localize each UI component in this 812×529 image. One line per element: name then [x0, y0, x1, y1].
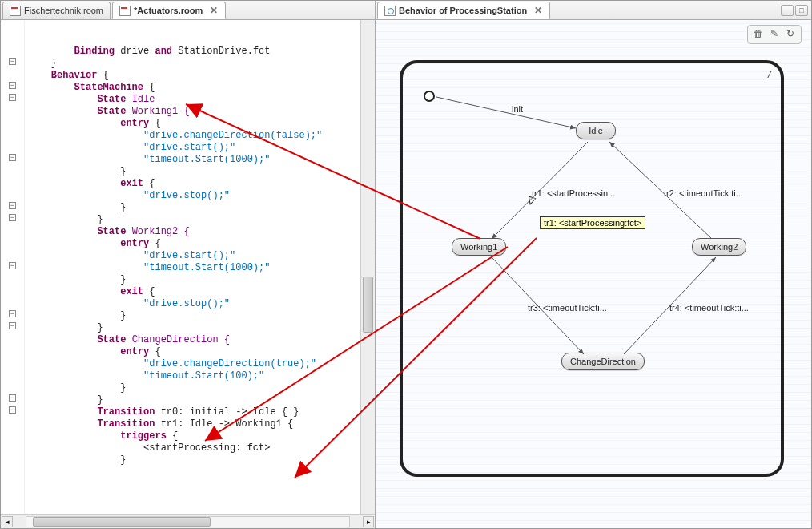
mouse-cursor	[529, 194, 541, 208]
room-file-icon	[10, 6, 21, 16]
left-tab-bar: Fischertechnik.room *Actuators.room ✕	[1, 1, 375, 20]
scroll-thumb[interactable]	[33, 517, 211, 527]
transition-tooltip: tr1: <startProcessing:fct>	[540, 216, 645, 229]
close-icon[interactable]: ✕	[533, 6, 543, 15]
tab-label: Fischertechnik.room	[24, 6, 103, 15]
transition-label-tr3: tr3: <timeoutTick:ti...	[528, 303, 607, 313]
diagram-icon	[384, 6, 396, 16]
fold-toggle[interactable]	[9, 406, 16, 414]
trash-icon[interactable]: 🗑	[751, 28, 766, 41]
code-token: Binding	[74, 46, 115, 57]
room-file-icon	[119, 6, 131, 16]
diagram-toolbar: 🗑 ✎ ↻	[747, 25, 802, 44]
fold-toggle[interactable]	[9, 82, 16, 89]
scroll-track[interactable]	[26, 516, 350, 527]
fold-toggle[interactable]	[9, 202, 16, 209]
diagram-pane: Behavior of ProcessingStation ✕ _ □ 🗑 ✎ …	[376, 1, 811, 528]
transition-label-tr1: tr1: <startProcessin...	[532, 188, 615, 198]
maximize-button[interactable]: □	[795, 5, 808, 16]
tab-behavior[interactable]: Behavior of ProcessingStation ✕	[377, 2, 550, 19]
transition-label-init: init	[512, 104, 523, 114]
refresh-icon[interactable]: ↻	[783, 28, 798, 41]
fold-toggle[interactable]	[9, 310, 16, 317]
tab-actuators[interactable]: *Actuators.room ✕	[112, 2, 226, 19]
scroll-left-arrow[interactable]: ◂	[2, 516, 13, 527]
fold-toggle[interactable]	[9, 154, 16, 161]
transition-label-tr2: tr2: <timeoutTick:ti...	[664, 188, 743, 198]
tab-label: *Actuators.room	[134, 6, 203, 15]
tab-fischertechnik[interactable]: Fischertechnik.room	[2, 2, 111, 19]
region-slash: /	[768, 68, 771, 80]
fold-toggle[interactable]	[9, 214, 16, 221]
edit-icon[interactable]: ✎	[767, 28, 782, 41]
pane-window-buttons: _ □	[781, 5, 811, 16]
right-tab-bar: Behavior of ProcessingStation ✕ _ □	[376, 1, 811, 20]
minimize-button[interactable]: _	[781, 5, 794, 16]
horizontal-scrollbar[interactable]: ◂ ▸	[1, 514, 375, 528]
fold-toggle[interactable]	[9, 58, 16, 65]
state-changedirection[interactable]: ChangeDirection	[561, 353, 645, 370]
fold-toggle[interactable]	[9, 394, 16, 402]
tab-label: Behavior of ProcessingStation	[399, 6, 527, 15]
scroll-thumb[interactable]	[363, 277, 373, 333]
diagram-canvas[interactable]: 🗑 ✎ ↻ / init Idle Working1 Working2 Chan…	[376, 20, 811, 528]
code-content[interactable]: Binding drive and StationDrive.fct } Beh…	[25, 20, 375, 514]
transition-label-tr4: tr4: <timeoutTick:ti...	[669, 303, 749, 313]
fold-toggle[interactable]	[9, 94, 16, 101]
fold-toggle[interactable]	[9, 262, 16, 269]
close-icon[interactable]: ✕	[209, 6, 219, 15]
scroll-right-arrow[interactable]: ▸	[363, 516, 374, 527]
code-editor-pane: Fischertechnik.room *Actuators.room ✕	[1, 1, 376, 528]
editor-body[interactable]: Binding drive and StationDrive.fct } Beh…	[1, 20, 375, 514]
initial-state[interactable]	[424, 91, 435, 102]
fold-toggle[interactable]	[9, 322, 16, 329]
state-working2[interactable]: Working2	[692, 238, 746, 256]
state-working1[interactable]: Working1	[452, 238, 506, 256]
vertical-scrollbar[interactable]	[360, 20, 375, 514]
state-idle[interactable]: Idle	[576, 122, 616, 139]
